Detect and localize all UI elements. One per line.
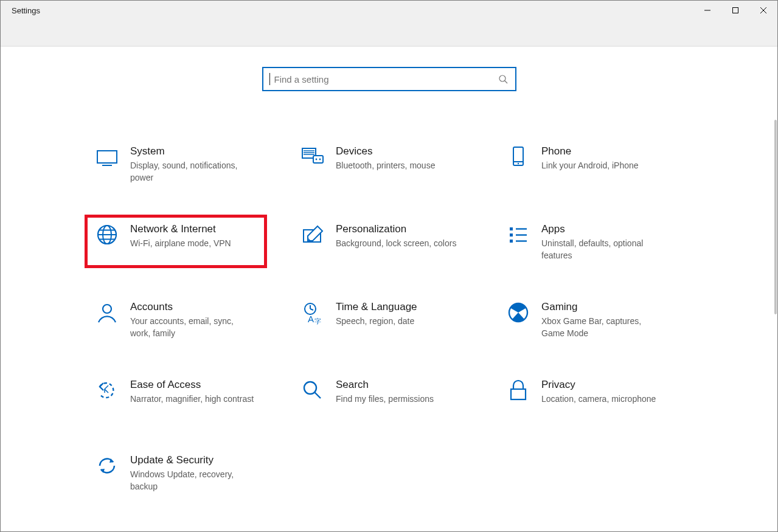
system-icon (94, 143, 120, 170)
devices-icon (299, 143, 326, 170)
tile-desc: Uninstall, defaults, optional features (541, 237, 666, 261)
content-area: SystemDisplay, sound, notifications, pow… (1, 47, 777, 531)
settings-window: Settings SystemDisplay, sound, notificat… (0, 0, 778, 532)
update-icon (94, 452, 120, 479)
tile-ease[interactable]: Ease of AccessNarrator, magnifier, high … (85, 370, 267, 421)
tile-gaming[interactable]: GamingXbox Game Bar, captures, Game Mode (496, 292, 678, 346)
ease-icon (94, 377, 120, 404)
categories-grid: SystemDisplay, sound, notifications, pow… (85, 137, 705, 499)
close-icon (760, 7, 767, 14)
tile-title: Update & Security (130, 454, 255, 467)
tile-title: Accounts (130, 300, 255, 314)
minimize-icon (704, 7, 711, 14)
gaming-icon (505, 299, 532, 326)
scrollbar[interactable] (774, 120, 777, 314)
search-input[interactable] (273, 67, 497, 91)
tile-title: Phone (541, 145, 639, 158)
tile-privacy[interactable]: PrivacyLocation, camera, microphone (496, 370, 678, 421)
tile-title: Privacy (541, 378, 656, 392)
window-title: Settings (12, 6, 40, 15)
tile-desc: Narrator, magnifier, high contrast (130, 393, 254, 405)
tile-desc: Link your Android, iPhone (541, 159, 639, 171)
accounts-icon (94, 299, 120, 326)
tile-title: Search (336, 378, 434, 392)
tile-title: Devices (336, 145, 435, 158)
tile-title: System (130, 145, 255, 158)
tile-desc: Display, sound, notifications, power (130, 159, 255, 184)
tile-title: Network & Internet (130, 223, 231, 236)
privacy-icon (505, 377, 532, 404)
tile-search[interactable]: SearchFind my files, permissions (290, 370, 473, 421)
maximize-button[interactable] (721, 1, 749, 20)
personalization-icon (299, 221, 326, 248)
text-caret (269, 73, 270, 85)
tile-title: Personalization (336, 223, 456, 236)
tile-personalization[interactable]: PersonalizationBackground, lock screen, … (290, 215, 473, 268)
tile-desc: Location, camera, microphone (541, 393, 656, 405)
tile-desc: Xbox Game Bar, captures, Game Mode (541, 315, 666, 339)
window-controls (693, 1, 777, 20)
tile-title: Time & Language (336, 300, 417, 314)
titlebar: Settings (1, 1, 777, 47)
phone-icon (505, 143, 532, 170)
time-icon (299, 299, 326, 326)
close-button[interactable] (749, 1, 777, 20)
tile-accounts[interactable]: AccountsYour accounts, email, sync, work… (85, 292, 267, 346)
tile-desc: Find my files, permissions (336, 393, 434, 405)
tile-network[interactable]: Network & InternetWi-Fi, airplane mode, … (85, 215, 267, 268)
svg-rect-38 (733, 8, 738, 13)
tile-title: Gaming (541, 300, 666, 314)
tile-desc: Your accounts, email, sync, work, family (130, 315, 255, 339)
tile-desc: Background, lock screen, colors (336, 237, 456, 249)
tile-desc: Windows Update, recovery, backup (130, 468, 255, 492)
tile-desc: Wi-Fi, airplane mode, VPN (130, 237, 231, 249)
search-category-icon (299, 377, 326, 404)
tile-system[interactable]: SystemDisplay, sound, notifications, pow… (85, 137, 267, 190)
search-icon[interactable] (497, 74, 509, 84)
tile-title: Apps (541, 223, 666, 236)
tile-devices[interactable]: DevicesBluetooth, printers, mouse (290, 137, 473, 190)
minimize-button[interactable] (693, 1, 721, 20)
tile-update[interactable]: Update & SecurityWindows Update, recover… (85, 446, 267, 499)
maximize-icon (732, 7, 739, 14)
tile-time[interactable]: Time & LanguageSpeech, region, date (290, 292, 473, 346)
tile-title: Ease of Access (130, 378, 254, 392)
tile-desc: Bluetooth, printers, mouse (336, 159, 435, 171)
tile-phone[interactable]: PhoneLink your Android, iPhone (496, 137, 678, 190)
apps-icon (505, 221, 532, 248)
tile-desc: Speech, region, date (336, 315, 417, 327)
network-icon (94, 221, 120, 248)
search-box[interactable] (262, 67, 516, 91)
tile-apps[interactable]: AppsUninstall, defaults, optional featur… (496, 215, 678, 268)
